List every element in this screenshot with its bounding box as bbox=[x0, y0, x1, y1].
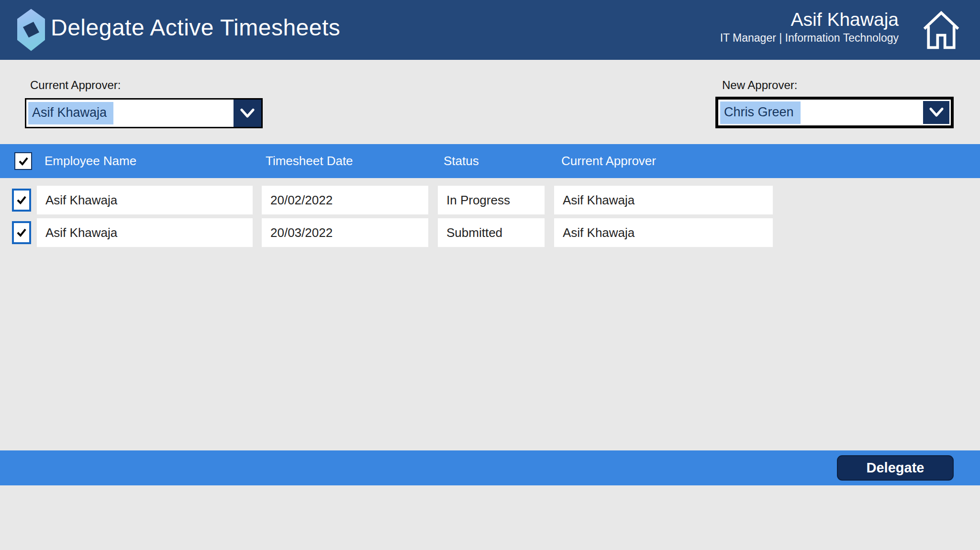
user-info: Asif Khawaja IT Manager | Information Te… bbox=[720, 9, 899, 45]
delegate-timesheets-screen: Delegate Active Timesheets Asif Khawaja … bbox=[0, 0, 980, 550]
delegate-button[interactable]: Delegate bbox=[837, 455, 954, 481]
row-checkbox[interactable] bbox=[12, 189, 31, 212]
cell-current-approver: Asif Khawaja bbox=[554, 186, 773, 214]
column-header-timesheet-date: Timesheet Date bbox=[266, 144, 353, 178]
checkmark-icon bbox=[15, 194, 28, 206]
current-approver-chevron-button[interactable] bbox=[234, 100, 261, 127]
new-approver-label: New Approver: bbox=[722, 79, 797, 92]
cell-timesheet-date: 20/03/2022 bbox=[262, 218, 428, 247]
new-approver-chevron-button[interactable] bbox=[923, 101, 949, 124]
checkmark-icon bbox=[15, 226, 28, 239]
chevron-down-icon bbox=[928, 105, 945, 120]
home-button[interactable] bbox=[921, 9, 961, 52]
user-role-department: IT Manager | Information Technology bbox=[720, 31, 899, 45]
chevron-down-icon bbox=[239, 106, 256, 121]
cell-status: Submitted bbox=[438, 218, 545, 247]
cell-employee-name: Asif Khawaja bbox=[37, 218, 253, 247]
cube-logo-icon bbox=[16, 8, 46, 52]
cell-timesheet-date: 20/02/2022 bbox=[262, 186, 428, 214]
cell-status: In Progress bbox=[438, 186, 545, 214]
cell-current-approver: Asif Khawaja bbox=[554, 218, 773, 247]
table-row: Asif Khawaja 20/03/2022 Submitted Asif K… bbox=[0, 218, 980, 247]
new-approver-dropdown[interactable]: Chris Green bbox=[715, 97, 954, 128]
home-icon bbox=[921, 9, 961, 52]
current-approver-value-wrap: Asif Khawaja bbox=[26, 100, 234, 127]
user-name: Asif Khawaja bbox=[720, 9, 899, 31]
cell-employee-name: Asif Khawaja bbox=[37, 186, 253, 214]
column-header-current-approver: Current Approver bbox=[561, 144, 656, 178]
current-approver-label: Current Approver: bbox=[30, 79, 121, 92]
column-header-employee-name: Employee Name bbox=[45, 144, 136, 178]
app-header: Delegate Active Timesheets Asif Khawaja … bbox=[0, 0, 980, 60]
new-approver-value: Chris Green bbox=[720, 101, 801, 124]
checkmark-icon bbox=[17, 155, 30, 168]
column-header-status: Status bbox=[444, 144, 479, 178]
row-checkbox[interactable] bbox=[12, 221, 31, 244]
current-approver-value: Asif Khawaja bbox=[28, 102, 113, 124]
page-title: Delegate Active Timesheets bbox=[51, 14, 340, 41]
footer-action-bar: Delegate bbox=[0, 450, 980, 485]
table-row: Asif Khawaja 20/02/2022 In Progress Asif… bbox=[0, 186, 980, 214]
table-header-bar: Employee Name Timesheet Date Status Curr… bbox=[0, 144, 980, 178]
select-all-checkbox[interactable] bbox=[14, 152, 32, 170]
new-approver-value-wrap: Chris Green bbox=[718, 100, 922, 125]
current-approver-dropdown[interactable]: Asif Khawaja bbox=[25, 98, 263, 128]
